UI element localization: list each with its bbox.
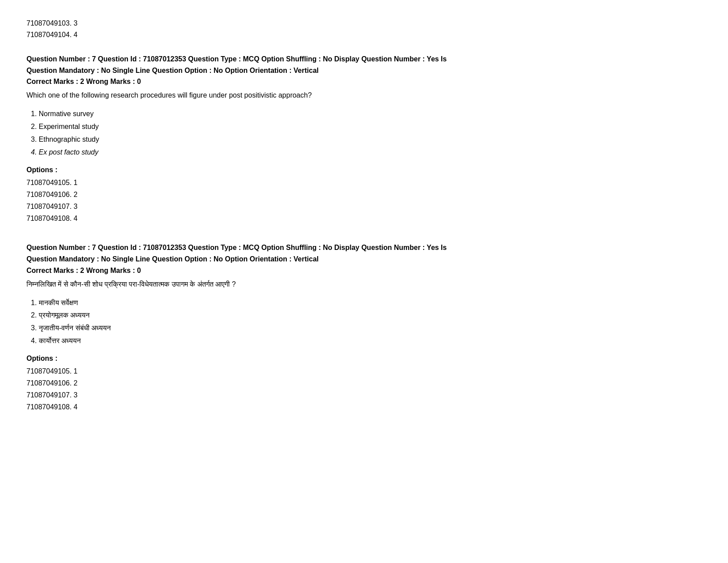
- question-block-2: Question Number : 7 Question Id : 710870…: [26, 242, 702, 413]
- answer-option: 71087049105. 1: [26, 177, 702, 189]
- answer-option: 71087049108. 4: [26, 401, 702, 413]
- list-item: 2. प्रयोगमूलक अध्ययन: [31, 309, 702, 322]
- question-meta-line1-2: Question Number : 7 Question Id : 710870…: [26, 244, 447, 251]
- question-meta-2: Question Number : 7 Question Id : 710870…: [26, 242, 702, 264]
- answer-option: 71087049106. 2: [26, 377, 702, 389]
- question-meta-line2-1: Question Mandatory : No Single Line Ques…: [26, 67, 319, 74]
- answer-options-2: 71087049105. 1 71087049106. 2 7108704910…: [26, 365, 702, 413]
- question-text-1: Which one of the following research proc…: [26, 90, 702, 101]
- question-meta-1: Question Number : 7 Question Id : 710870…: [26, 53, 702, 76]
- answer-option: 71087049107. 3: [26, 389, 702, 401]
- answer-option: 71087049107. 3: [26, 200, 702, 212]
- list-item: 2. Experimental study: [31, 121, 702, 133]
- question-block-1: Question Number : 7 Question Id : 710870…: [26, 53, 702, 224]
- list-item: 1. मानकीय सर्वेक्षण: [31, 297, 702, 310]
- list-item: 3. Ethnographic study: [31, 133, 702, 146]
- options-label-1: Options :: [26, 166, 702, 174]
- answer-options-1: 71087049105. 1 71087049106. 2 7108704910…: [26, 177, 702, 225]
- prev-option-3: 71087049103. 3: [26, 18, 702, 29]
- question-text-2: निम्नलिखित में से कौन-सी शोध प्रक्रिया प…: [26, 279, 702, 290]
- list-item: 4. कार्योत्तर अध्ययन: [31, 335, 702, 348]
- prev-option-4: 71087049104. 4: [26, 29, 702, 41]
- list-item: 3. नृजातीय-वर्णन संबंधी अध्ययन: [31, 322, 702, 335]
- options-list-1: 1. Normative survey 2. Experimental stud…: [26, 108, 702, 159]
- list-item: 4. Ex post facto study: [31, 146, 702, 159]
- answer-option: 71087049105. 1: [26, 365, 702, 377]
- marks-line-1: Correct Marks : 2 Wrong Marks : 0: [26, 78, 702, 86]
- list-item: 1. Normative survey: [31, 108, 702, 121]
- options-label-2: Options :: [26, 355, 702, 363]
- question-meta-line1-1: Question Number : 7 Question Id : 710870…: [26, 55, 447, 63]
- prev-options-section: 71087049103. 3 71087049104. 4: [26, 18, 702, 40]
- marks-line-2: Correct Marks : 2 Wrong Marks : 0: [26, 267, 702, 275]
- question-meta-line2-2: Question Mandatory : No Single Line Ques…: [26, 255, 319, 263]
- answer-option: 71087049106. 2: [26, 189, 702, 200]
- answer-option: 71087049108. 4: [26, 212, 702, 224]
- options-list-2: 1. मानकीय सर्वेक्षण 2. प्रयोगमूलक अध्ययन…: [26, 297, 702, 348]
